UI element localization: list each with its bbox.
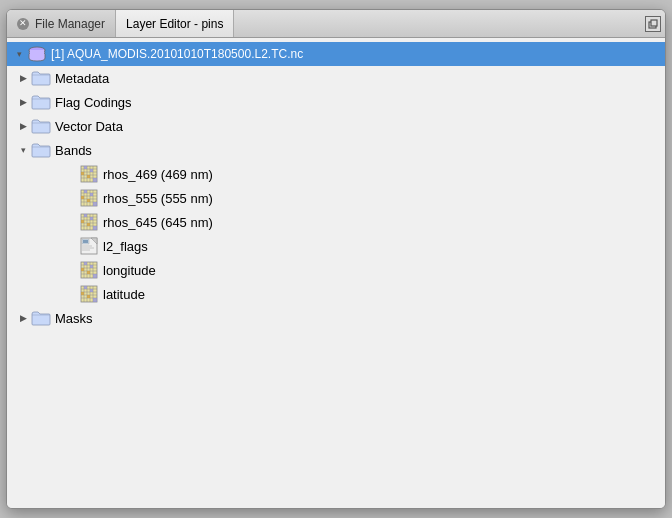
tab-file-manager[interactable]: ✕ File Manager [7, 10, 116, 37]
svg-rect-1 [651, 20, 657, 26]
svg-rect-26 [84, 190, 87, 193]
folder-masks-icon [31, 308, 51, 328]
folder-vector-data-icon [31, 116, 51, 136]
tree-item-rhos-645[interactable]: rhos_645 (645 nm) [7, 210, 665, 234]
close-icon[interactable]: ✕ [17, 18, 29, 30]
tree-content: ▾ [1] AQUA_MODIS.20101010T180500.L2.TC.n… [7, 38, 665, 508]
metadata-label: Metadata [55, 71, 109, 86]
band-rhos555-icon [79, 188, 99, 208]
svg-rect-12 [84, 166, 87, 169]
svg-rect-77 [87, 295, 90, 298]
tree-item-longitude[interactable]: longitude [7, 258, 665, 282]
rhos645-label: rhos_645 (645 nm) [103, 215, 213, 230]
expand-bands-arrow[interactable]: ▾ [15, 142, 31, 158]
flag-codings-label: Flag Codings [55, 95, 132, 110]
tab-layer-editor[interactable]: Layer Editor - pins [116, 10, 234, 37]
svg-rect-27 [90, 193, 93, 196]
restore-button[interactable] [645, 16, 661, 32]
tree-item-flag-codings[interactable]: ▶ Flag Codings [7, 90, 665, 114]
title-bar: ✕ File Manager Layer Editor - pins [7, 10, 665, 38]
svg-rect-13 [90, 169, 93, 172]
svg-rect-28 [81, 196, 84, 199]
tree-item-bands[interactable]: ▾ Bands [7, 138, 665, 162]
svg-rect-75 [90, 289, 93, 292]
svg-rect-15 [87, 175, 90, 178]
svg-rect-16 [93, 178, 97, 182]
band-rhos645-icon [79, 212, 99, 232]
root-label: [1] AQUA_MODIS.20101010T180500.L2.TC.nc [51, 47, 303, 61]
expand-root-arrow[interactable]: ▾ [11, 46, 27, 62]
rhos555-label: rhos_555 (555 nm) [103, 191, 213, 206]
svg-rect-44 [93, 226, 97, 230]
main-window: ✕ File Manager Layer Editor - pins ▾ [6, 9, 666, 509]
svg-rect-74 [84, 286, 87, 289]
svg-rect-76 [81, 292, 84, 295]
l2flags-label: l2_flags [103, 239, 148, 254]
expand-metadata-arrow[interactable]: ▶ [15, 70, 31, 86]
tree-item-metadata[interactable]: ▶ Metadata [7, 66, 665, 90]
svg-rect-41 [90, 217, 93, 220]
expand-masks-arrow[interactable]: ▶ [15, 310, 31, 326]
svg-rect-40 [84, 214, 87, 217]
tab-file-manager-label: File Manager [35, 17, 105, 31]
svg-rect-42 [81, 220, 84, 223]
svg-rect-14 [81, 172, 84, 175]
tree-item-masks[interactable]: ▶ Masks [7, 306, 665, 330]
tab-layer-editor-label: Layer Editor - pins [126, 17, 223, 31]
folder-bands-icon [31, 140, 51, 160]
svg-rect-61 [90, 265, 93, 268]
tree-item-vector-data[interactable]: ▶ Vector Data [7, 114, 665, 138]
svg-rect-47 [83, 240, 88, 243]
tree-item-l2flags[interactable]: l2_flags [7, 234, 665, 258]
tree-item-latitude[interactable]: latitude [7, 282, 665, 306]
band-latitude-icon [79, 284, 99, 304]
masks-label: Masks [55, 311, 93, 326]
latitude-label: latitude [103, 287, 145, 302]
tree-item-rhos-555[interactable]: rhos_555 (555 nm) [7, 186, 665, 210]
folder-metadata-icon [31, 68, 51, 88]
folder-flag-codings-icon [31, 92, 51, 112]
disk-icon [27, 44, 47, 64]
svg-rect-78 [93, 298, 97, 302]
tree-root[interactable]: ▾ [1] AQUA_MODIS.20101010T180500.L2.TC.n… [7, 42, 665, 66]
tree-item-rhos-469[interactable]: rhos_469 (469 nm) [7, 162, 665, 186]
expand-vectordata-arrow[interactable]: ▶ [15, 118, 31, 134]
band-longitude-icon [79, 260, 99, 280]
flag-l2flags-icon [79, 236, 99, 256]
longitude-label: longitude [103, 263, 156, 278]
svg-rect-29 [87, 199, 90, 202]
vector-data-label: Vector Data [55, 119, 123, 134]
svg-rect-63 [87, 271, 90, 274]
svg-rect-62 [81, 268, 84, 271]
svg-rect-30 [93, 202, 97, 206]
bands-label: Bands [55, 143, 92, 158]
rhos469-label: rhos_469 (469 nm) [103, 167, 213, 182]
band-rhos469-icon [79, 164, 99, 184]
svg-rect-64 [93, 274, 97, 278]
expand-flagcodings-arrow[interactable]: ▶ [15, 94, 31, 110]
svg-rect-43 [87, 223, 90, 226]
svg-rect-60 [84, 262, 87, 265]
